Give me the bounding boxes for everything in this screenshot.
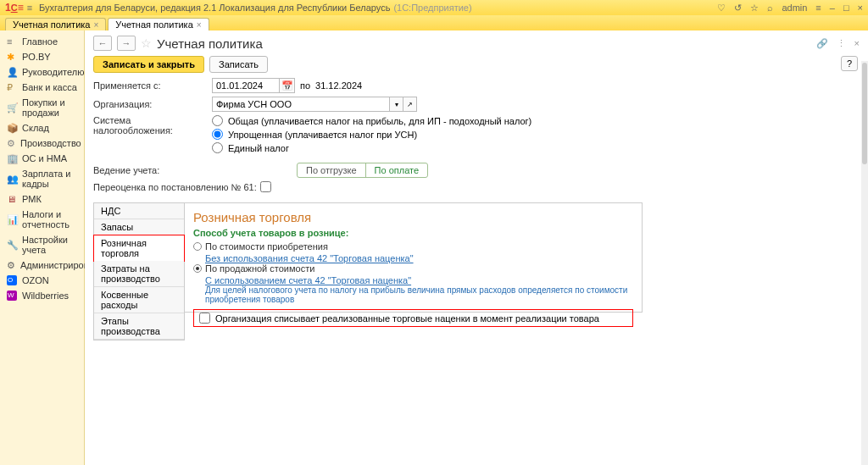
- po-label: по: [300, 80, 310, 91]
- writeoff-label: Организация списывает реализованные торг…: [215, 313, 599, 324]
- sidebar-ozon[interactable]: OOZON: [0, 273, 84, 288]
- sidebar-nastr[interactable]: 🔧Настройки учета: [0, 232, 84, 257]
- burger-icon[interactable]: ≡: [27, 3, 32, 13]
- tab-1[interactable]: Учетная политика×: [5, 18, 106, 30]
- date-from-input[interactable]: [212, 78, 280, 93]
- sidebar-proizv[interactable]: ⚙Производство: [0, 136, 84, 151]
- org-input[interactable]: [212, 97, 390, 112]
- help-button[interactable]: ?: [841, 56, 858, 71]
- sidebar-os[interactable]: 🏢ОС и НМА: [0, 151, 84, 166]
- maximize-icon[interactable]: □: [843, 3, 849, 13]
- writeoff-checkbox-row: Организация списывает реализованные торг…: [193, 309, 633, 327]
- sidebar-nalogi[interactable]: 📊Налоги и отчетность: [0, 207, 84, 232]
- tax-label: Система налогообложения:: [93, 115, 212, 136]
- org-dropdown-icon[interactable]: ▾: [390, 97, 403, 112]
- close-page-icon[interactable]: ×: [854, 38, 860, 49]
- sidebar-pokupki[interactable]: 🛒Покупки и продажи: [0, 95, 84, 120]
- tax-general-radio[interactable]: [212, 115, 223, 126]
- nav-forward-button[interactable]: →: [117, 36, 136, 51]
- vtab-zatraty[interactable]: Затраты на производство: [94, 261, 184, 287]
- favorite-icon[interactable]: ☆: [141, 36, 152, 50]
- opt-sale-price[interactable]: По продажной стоимости: [193, 263, 633, 274]
- vedenie-label: Ведение учета:: [93, 165, 212, 175]
- applies-label: Применяется с:: [93, 80, 212, 91]
- by-payment-option[interactable]: По оплате: [366, 163, 427, 177]
- nav-back-button[interactable]: ←: [93, 36, 112, 51]
- save-button[interactable]: Записать: [209, 56, 268, 73]
- accounting-mode-segment: По отгрузке По оплате: [297, 163, 428, 178]
- more-icon[interactable]: ⋮: [837, 38, 846, 49]
- user-label[interactable]: admin: [782, 3, 807, 13]
- star-icon[interactable]: ☆: [750, 3, 759, 14]
- panel-content: Розничная торговля Способ учета товаров …: [185, 202, 643, 313]
- close-tab-icon[interactable]: ×: [197, 20, 202, 30]
- pereoc-label: Переоценка по постановлению № 61:: [93, 182, 257, 192]
- sidebar-wb[interactable]: WWildberries: [0, 288, 84, 303]
- sidebar-ruk[interactable]: 👤Руководителю: [0, 64, 84, 80]
- app-title: Бухгалтерия для Беларуси, редакция 2.1 Л…: [39, 3, 390, 13]
- tab-2[interactable]: Учетная политика×: [108, 18, 209, 30]
- panel-title: Розничная торговля: [193, 210, 633, 224]
- calendar-icon[interactable]: 📅: [280, 78, 295, 93]
- vtab-etapy[interactable]: Этапы производства: [94, 313, 184, 340]
- sidebar-main[interactable]: ≡Главное: [0, 34, 84, 49]
- search-icon[interactable]: ⌕: [767, 3, 773, 13]
- minimize-icon[interactable]: –: [830, 3, 835, 13]
- sidebar-admin[interactable]: ⚙Администрирование: [0, 257, 84, 273]
- pereoc-checkbox[interactable]: [260, 181, 271, 192]
- vtab-nds[interactable]: НДС: [94, 203, 184, 219]
- sidebar: ≡Главное ✱PO.BY 👤Руководителю ₽Банк и ка…: [0, 30, 85, 465]
- vtab-roznitsa[interactable]: Розничная торговля: [93, 235, 185, 262]
- vtab-kosv[interactable]: Косвенные расходы: [94, 287, 184, 313]
- app-logo: 1C≡: [5, 2, 24, 14]
- link-without-42[interactable]: Без использования счета 42 "Торговая нац…: [205, 253, 633, 263]
- panel-note: Для целей налогового учета по налогу на …: [205, 285, 633, 304]
- vtab-zapasy[interactable]: Запасы: [94, 219, 184, 235]
- page-title: Учетная политика: [157, 36, 263, 51]
- app-suffix: (1С:Предприятие): [393, 3, 471, 13]
- date-to-label: 31.12.2024: [315, 80, 362, 91]
- opt-cost-purchase[interactable]: По стоимости приобретения: [193, 241, 633, 252]
- save-close-button[interactable]: Записать и закрыть: [93, 56, 204, 73]
- panel-sub: Способ учета товаров в рознице:: [193, 228, 633, 238]
- writeoff-checkbox[interactable]: [199, 313, 210, 324]
- org-open-icon[interactable]: ↗: [403, 97, 417, 112]
- org-label: Организация:: [93, 99, 212, 109]
- settings-icon[interactable]: ≡: [815, 3, 821, 13]
- history-icon[interactable]: ↺: [734, 3, 742, 14]
- sidebar-sklad[interactable]: 📦Склад: [0, 120, 84, 136]
- close-tab-icon[interactable]: ×: [93, 20, 98, 30]
- tax-single-radio[interactable]: [212, 142, 223, 153]
- sidebar-zp[interactable]: 👥Зарплата и кадры: [0, 166, 84, 191]
- bell-icon[interactable]: ♡: [717, 3, 726, 14]
- sidebar-poby[interactable]: ✱PO.BY: [0, 49, 84, 64]
- link-with-42[interactable]: С использованием счета 42 "Торговая наце…: [205, 275, 633, 285]
- sidebar-bank[interactable]: ₽Банк и касса: [0, 80, 84, 95]
- sidebar-rmk[interactable]: 🖥РМК: [0, 191, 84, 207]
- tax-usn-radio[interactable]: [212, 129, 223, 140]
- scrollbar[interactable]: [861, 61, 868, 465]
- vertical-tabs: НДС Запасы Розничная торговля Затраты на…: [93, 202, 185, 340]
- close-window-icon[interactable]: ×: [858, 3, 863, 13]
- link-icon[interactable]: 🔗: [816, 38, 828, 49]
- by-shipment-option[interactable]: По отгрузке: [298, 163, 366, 177]
- scroll-thumb[interactable]: [862, 63, 867, 164]
